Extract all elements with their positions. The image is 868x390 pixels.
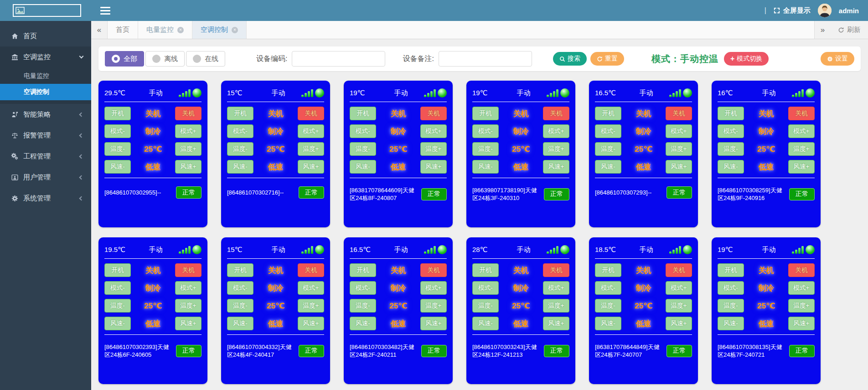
temp-plus-button[interactable]: 温度+ bbox=[420, 142, 447, 156]
mode-minus-button[interactable]: 模式- bbox=[350, 124, 376, 138]
power-on-button[interactable]: 开机 bbox=[718, 107, 744, 120]
mode-plus-button[interactable]: 模式+ bbox=[666, 124, 692, 138]
power-off-button[interactable]: 关机 bbox=[175, 263, 202, 277]
fullscreen-button[interactable]: 全屏显示 bbox=[774, 6, 811, 15]
mode-minus-button[interactable]: 模式- bbox=[718, 281, 744, 295]
filter-option-offline[interactable]: 离线 bbox=[145, 51, 185, 67]
fan-minus-button[interactable]: 风速- bbox=[718, 160, 744, 174]
status-normal-button[interactable]: 正常 bbox=[666, 186, 692, 199]
fan-minus-button[interactable]: 风速- bbox=[104, 160, 131, 174]
reset-button[interactable]: 重置 bbox=[590, 52, 624, 66]
fan-plus-button[interactable]: 风速+ bbox=[175, 160, 202, 174]
fan-plus-button[interactable]: 风速+ bbox=[420, 160, 447, 174]
power-off-button[interactable]: 关机 bbox=[175, 107, 202, 120]
temp-minus-button[interactable]: 温度- bbox=[595, 142, 621, 156]
power-on-button[interactable]: 开机 bbox=[104, 263, 131, 277]
fan-plus-button[interactable]: 风速+ bbox=[175, 317, 202, 330]
status-normal-button[interactable]: 正常 bbox=[421, 188, 447, 200]
status-normal-button[interactable]: 正常 bbox=[299, 345, 324, 357]
temp-minus-button[interactable]: 温度- bbox=[718, 299, 744, 313]
mode-plus-button[interactable]: 模式+ bbox=[175, 281, 202, 295]
filter-option-all[interactable]: 全部 bbox=[105, 51, 144, 67]
power-off-button[interactable]: 关机 bbox=[298, 263, 324, 277]
mode-minus-button[interactable]: 模式- bbox=[227, 124, 253, 138]
mode-minus-button[interactable]: 模式- bbox=[472, 124, 499, 138]
refresh-button[interactable]: 刷新 bbox=[831, 21, 868, 39]
status-normal-button[interactable]: 正常 bbox=[299, 186, 324, 199]
tab-power-monitoring[interactable]: 电量监控 × bbox=[138, 21, 192, 39]
fan-plus-button[interactable]: 风速+ bbox=[666, 160, 692, 174]
temp-plus-button[interactable]: 温度+ bbox=[788, 299, 815, 313]
mode-minus-button[interactable]: 模式- bbox=[595, 124, 621, 138]
sidebar-item-smart-strategy[interactable]: 智能策略 bbox=[0, 104, 91, 125]
temp-plus-button[interactable]: 温度+ bbox=[666, 142, 692, 156]
fan-minus-button[interactable]: 风速- bbox=[472, 160, 499, 174]
temp-plus-button[interactable]: 温度+ bbox=[420, 299, 447, 313]
temp-plus-button[interactable]: 温度+ bbox=[666, 299, 692, 313]
close-icon[interactable]: × bbox=[232, 27, 238, 33]
fan-minus-button[interactable]: 风速- bbox=[595, 317, 621, 330]
power-off-button[interactable]: 关机 bbox=[543, 107, 569, 120]
fan-plus-button[interactable]: 风速+ bbox=[543, 317, 569, 330]
device-code-input[interactable] bbox=[292, 51, 385, 67]
sidebar-item-system-management[interactable]: 系统管理 bbox=[0, 188, 91, 209]
tab-ac-control[interactable]: 空调控制 × bbox=[192, 21, 247, 39]
power-on-button[interactable]: 开机 bbox=[350, 107, 376, 120]
mode-minus-button[interactable]: 模式- bbox=[718, 124, 744, 138]
fan-plus-button[interactable]: 风速+ bbox=[298, 317, 324, 330]
power-on-button[interactable]: 开机 bbox=[227, 263, 253, 277]
fan-minus-button[interactable]: 风速- bbox=[104, 317, 131, 330]
mode-plus-button[interactable]: 模式+ bbox=[788, 281, 815, 295]
tabs-scroll-right-button[interactable]: » bbox=[814, 21, 831, 39]
power-off-button[interactable]: 关机 bbox=[788, 263, 815, 277]
sidebar-subitem-power-monitoring[interactable]: 电量监控 bbox=[0, 68, 91, 84]
temp-plus-button[interactable]: 温度+ bbox=[788, 142, 815, 156]
status-normal-button[interactable]: 正常 bbox=[789, 188, 815, 200]
fan-plus-button[interactable]: 风速+ bbox=[788, 160, 815, 174]
mode-minus-button[interactable]: 模式- bbox=[595, 281, 621, 295]
mode-minus-button[interactable]: 模式- bbox=[104, 124, 131, 138]
fan-minus-button[interactable]: 风速- bbox=[227, 317, 253, 330]
mode-plus-button[interactable]: 模式+ bbox=[298, 124, 324, 138]
avatar[interactable] bbox=[818, 4, 832, 17]
temp-plus-button[interactable]: 温度+ bbox=[175, 142, 202, 156]
mode-plus-button[interactable]: 模式+ bbox=[298, 281, 324, 295]
power-on-button[interactable]: 开机 bbox=[472, 263, 499, 277]
mode-plus-button[interactable]: 模式+ bbox=[420, 124, 447, 138]
power-off-button[interactable]: 关机 bbox=[788, 107, 815, 120]
mode-minus-button[interactable]: 模式- bbox=[104, 281, 131, 295]
sidebar-item-ac-monitoring[interactable]: 空调监控 bbox=[0, 46, 91, 67]
temp-plus-button[interactable]: 温度+ bbox=[298, 299, 324, 313]
temp-minus-button[interactable]: 温度- bbox=[350, 142, 376, 156]
status-normal-button[interactable]: 正常 bbox=[544, 188, 569, 200]
temp-plus-button[interactable]: 温度+ bbox=[298, 142, 324, 156]
fan-minus-button[interactable]: 风速- bbox=[350, 317, 376, 330]
power-off-button[interactable]: 关机 bbox=[420, 263, 447, 277]
sidebar-item-user-management[interactable]: 用户管理 bbox=[0, 167, 91, 188]
fan-minus-button[interactable]: 风速- bbox=[718, 317, 744, 330]
temp-minus-button[interactable]: 温度- bbox=[350, 299, 376, 313]
hamburger-menu-icon[interactable] bbox=[100, 7, 110, 15]
power-on-button[interactable]: 开机 bbox=[472, 107, 499, 120]
temp-minus-button[interactable]: 温度- bbox=[104, 142, 131, 156]
fan-minus-button[interactable]: 风速- bbox=[472, 317, 499, 330]
fan-plus-button[interactable]: 风速+ bbox=[420, 317, 447, 330]
status-normal-button[interactable]: 正常 bbox=[176, 345, 202, 357]
status-normal-button[interactable]: 正常 bbox=[176, 186, 202, 199]
temp-plus-button[interactable]: 温度+ bbox=[175, 299, 202, 313]
device-note-input[interactable] bbox=[439, 51, 532, 67]
power-off-button[interactable]: 关机 bbox=[543, 263, 569, 277]
power-on-button[interactable]: 开机 bbox=[595, 263, 621, 277]
close-icon[interactable]: × bbox=[177, 27, 184, 33]
fan-plus-button[interactable]: 风速+ bbox=[298, 160, 324, 174]
status-normal-button[interactable]: 正常 bbox=[421, 345, 447, 357]
mode-plus-button[interactable]: 模式+ bbox=[420, 281, 447, 295]
settings-button[interactable]: 设置 bbox=[821, 52, 854, 66]
mode-minus-button[interactable]: 模式- bbox=[350, 281, 376, 295]
mode-plus-button[interactable]: 模式+ bbox=[666, 281, 692, 295]
mode-plus-button[interactable]: 模式+ bbox=[175, 124, 202, 138]
temp-minus-button[interactable]: 温度- bbox=[104, 299, 131, 313]
power-on-button[interactable]: 开机 bbox=[595, 107, 621, 120]
fan-plus-button[interactable]: 风速+ bbox=[788, 317, 815, 330]
status-normal-button[interactable]: 正常 bbox=[789, 345, 815, 357]
